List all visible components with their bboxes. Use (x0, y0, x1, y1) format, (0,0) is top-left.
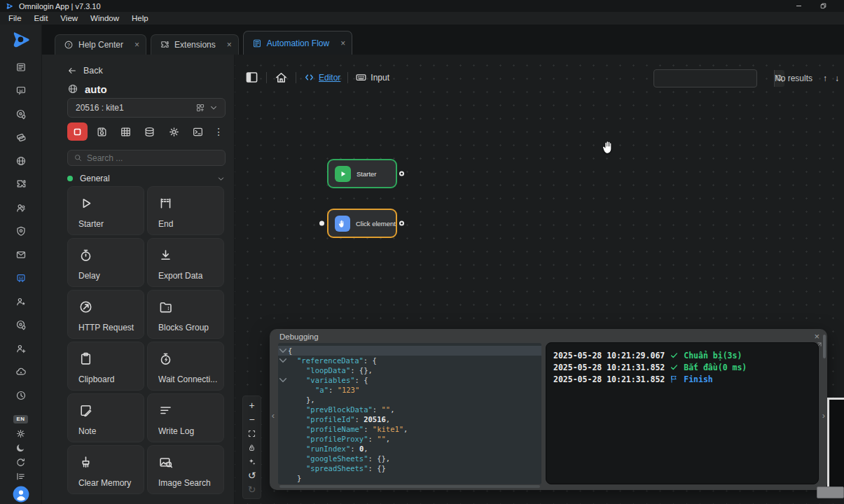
sidebar-item-puzzle[interactable] (9, 173, 33, 197)
sidebar-item-globe[interactable] (9, 149, 33, 173)
collapse-right-handle[interactable]: › (821, 410, 826, 421)
block-delay[interactable]: Delay (67, 238, 144, 287)
undo-button[interactable]: ↺ (243, 468, 261, 482)
sidebar-item-disc-pin[interactable] (9, 102, 33, 126)
terminal-button[interactable] (188, 122, 208, 141)
database-button[interactable] (139, 122, 160, 141)
canvas-search-input[interactable] (654, 70, 774, 87)
block-image-search[interactable]: Image Search (147, 445, 224, 494)
language-badge[interactable]: EN (9, 412, 33, 427)
auto-arrange-button[interactable] (243, 454, 261, 468)
menu-window[interactable]: Window (84, 14, 125, 22)
close-icon[interactable]: × (340, 39, 345, 48)
collapse-icon[interactable] (278, 356, 288, 365)
panel-search-input[interactable] (87, 153, 219, 163)
table-button[interactable] (116, 122, 136, 141)
sidebar-item-chat[interactable] (9, 79, 33, 103)
close-icon[interactable]: × (134, 41, 139, 49)
chevron-down-icon[interactable] (216, 174, 226, 183)
input-link[interactable]: Input (355, 71, 389, 83)
lock-button[interactable] (243, 440, 261, 454)
block-clear-memory[interactable]: Clear Memory (67, 445, 144, 494)
sidebar-item-people-star[interactable] (9, 290, 33, 314)
block-blocks-group[interactable]: Blocks Group (147, 290, 224, 339)
block-clipboard[interactable]: Clipboard (67, 342, 144, 391)
fit-view-button[interactable] (243, 426, 261, 440)
json-horizontal-scrollbar[interactable] (279, 485, 540, 488)
collapse-icon[interactable] (278, 375, 288, 385)
save-button[interactable] (91, 122, 111, 141)
section-general[interactable]: General (67, 174, 226, 183)
node-starter[interactable]: Starter (327, 159, 397, 188)
block-end[interactable]: End (147, 186, 224, 235)
block-http-request[interactable]: HTTP Request (67, 290, 144, 339)
menu-file[interactable]: File (2, 14, 28, 22)
close-icon[interactable]: × (814, 331, 819, 342)
tab-help-center[interactable]: ?Help Center× (55, 34, 146, 55)
output-port[interactable] (399, 221, 404, 226)
gear-icon (168, 126, 180, 138)
sidebar-item-shield[interactable] (9, 220, 33, 244)
gear-button[interactable] (164, 122, 184, 141)
collapse-icon[interactable] (278, 346, 288, 356)
zoom-in-button[interactable]: + (243, 398, 261, 412)
sidebar-item-tags[interactable] (9, 126, 33, 150)
collapse-left-handle[interactable]: ‹ (270, 410, 276, 421)
people-icon (15, 202, 27, 214)
log-timestamp: 2025-05-28 10:21:31.852 (553, 374, 665, 384)
lock-icon (247, 443, 256, 452)
sidebar-item-people[interactable] (9, 196, 33, 220)
home-icon[interactable] (274, 70, 289, 85)
block-write-log[interactable]: Write Log (147, 393, 224, 442)
sidebar-item-list[interactable] (9, 470, 33, 484)
menu-view[interactable]: View (54, 14, 84, 22)
arrow-up-icon[interactable]: ↑ (823, 74, 827, 83)
sidebar-item-news[interactable] (9, 55, 33, 79)
input-port[interactable] (319, 221, 324, 226)
sidebar-item-sync[interactable] (9, 455, 33, 470)
json-content: "runIndex": 0, (306, 444, 368, 454)
play-icon (338, 169, 347, 178)
layout-toggle-icon[interactable] (244, 70, 259, 85)
arrow-down-icon[interactable]: ↓ (835, 74, 839, 83)
restore-icon[interactable] (819, 2, 827, 10)
back-button[interactable]: Back (67, 64, 226, 77)
json-line: "prevBlockData": "", (278, 405, 541, 414)
block-note[interactable]: Note (67, 393, 144, 442)
block-starter[interactable]: Starter (67, 186, 144, 235)
block-wait-connecti[interactable]: Wait Connecti... (147, 342, 224, 391)
minimap[interactable] (827, 398, 844, 497)
editor-link[interactable]: Editor (303, 71, 340, 83)
minimize-icon[interactable] (795, 2, 803, 10)
sidebar-item-mail[interactable] (9, 243, 33, 267)
tab-extensions[interactable]: Extensions× (151, 34, 239, 55)
zoom-out-button[interactable]: − (243, 412, 261, 426)
sidebar-item-people-plus[interactable] (9, 337, 33, 360)
sidebar-item-moon[interactable] (9, 441, 33, 456)
json-line: "spreadSheets": {} (278, 463, 541, 473)
tab-automation-flow[interactable]: Automation Flow× (243, 31, 352, 55)
user-avatar[interactable] (13, 486, 29, 503)
stop-square-button[interactable] (67, 122, 88, 141)
sidebar-item-clock[interactable] (9, 384, 33, 407)
flow-canvas[interactable]: Editor Input (235, 55, 844, 504)
redo-button[interactable]: ↻ (243, 482, 261, 496)
menu-help[interactable]: Help (125, 14, 155, 22)
profile-select[interactable]: 20516 : kite1 (67, 98, 226, 118)
json-line: }, (278, 395, 541, 405)
node-click-element[interactable]: Click element (327, 209, 397, 238)
block-export-data[interactable]: Export Data (147, 238, 224, 287)
menu-edit[interactable]: Edit (28, 14, 55, 22)
close-icon[interactable]: × (227, 41, 232, 49)
sidebar-item-gear[interactable] (9, 426, 33, 441)
sidebar-item-automation[interactable] (9, 267, 33, 290)
debug-json-viewer[interactable]: {"referenceData": {"loopData": {},"varia… (278, 343, 541, 484)
panel-search[interactable] (67, 150, 226, 166)
json-line: "profileName": "kite1", (278, 424, 541, 434)
json-vertical-scrollbar[interactable] (823, 335, 826, 358)
log-timestamp: 2025-05-28 10:21:31.852 (553, 363, 665, 372)
output-port[interactable] (399, 172, 404, 176)
kebab-menu-button[interactable]: ⋮ (212, 122, 226, 141)
sidebar-item-cloud[interactable] (9, 360, 33, 384)
sidebar-item-disc-pin[interactable] (9, 314, 33, 337)
